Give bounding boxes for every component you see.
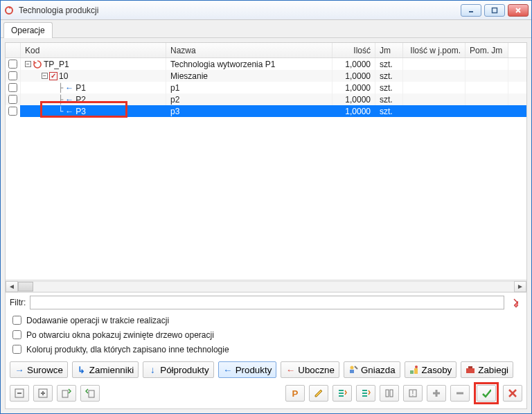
scroll-left-button[interactable]: ◄ [6, 281, 18, 292]
row-iwp [403, 58, 466, 70]
col-header-check[interactable] [6, 43, 21, 57]
zabiegi-button[interactable]: Zabiegi [461, 361, 513, 378]
import-icon [62, 388, 71, 398]
list-down-icon [361, 388, 371, 398]
check-icon [481, 388, 491, 398]
table-row[interactable]: └ ← P3 p3 1,0000 szt. [6, 105, 526, 117]
row-ilosc: 1,0000 [332, 70, 375, 82]
row-checkbox[interactable] [8, 107, 17, 116]
properties-button[interactable] [380, 385, 399, 402]
row-checkbox[interactable] [8, 95, 17, 104]
filter-row: Filtr: [6, 292, 526, 312]
zamienniki-button[interactable]: ↳Zamienniki [72, 361, 139, 378]
svg-rect-19 [89, 390, 94, 397]
scroll-track[interactable] [18, 281, 514, 292]
row-nazwa: Mieszanie [166, 70, 332, 82]
eraser-icon [513, 298, 518, 307]
add-button[interactable] [427, 385, 446, 402]
move-up-button[interactable] [332, 385, 352, 402]
import-button[interactable] [57, 385, 76, 402]
produkty-button[interactable]: ←Produkty [218, 361, 277, 378]
row-jm: szt. [375, 93, 403, 105]
row-nazwa: p3 [166, 105, 332, 117]
checkbox[interactable] [12, 345, 21, 354]
row-ilosc: 1,0000 [332, 82, 375, 93]
plus-icon [432, 388, 441, 398]
scroll-right-button[interactable]: ► [514, 281, 526, 292]
svg-rect-27 [390, 390, 393, 397]
checkbox[interactable] [12, 316, 21, 325]
tree-branch-icon: ├ [58, 95, 63, 105]
svg-rect-9 [414, 368, 418, 374]
option-color-products[interactable]: Koloruj produkty, dla których zapisano i… [10, 343, 522, 356]
info-button[interactable]: ! [403, 385, 423, 402]
col-header-nazwa[interactable]: Nazwa [166, 43, 332, 57]
checked-step-icon: ✓ [49, 72, 57, 80]
col-header-ilosc[interactable]: Ilość [332, 43, 375, 57]
zasoby-button[interactable]: Zasoby [405, 361, 457, 378]
row-kod: 10 [59, 71, 68, 81]
tree-grid: Kod Nazwa Ilość Jm Ilość w j.pom. Pom. J… [6, 43, 526, 292]
remove-button[interactable] [450, 385, 470, 402]
option-add-during-realization[interactable]: Dodawanie operacji w trakcie realizacji [10, 314, 522, 327]
tree-branch-end-icon: └ [58, 107, 63, 116]
content-body: Kod Nazwa Ilość Jm Ilość w j.pom. Pom. J… [5, 42, 527, 409]
surowce-button[interactable]: →Surowce [10, 361, 68, 378]
tree-collapse-all-button[interactable] [10, 385, 29, 402]
row-checkbox[interactable] [8, 60, 17, 69]
cancel-button[interactable] [503, 385, 522, 402]
filter-input[interactable] [30, 296, 504, 309]
col-header-pom[interactable]: Pom. Jm [466, 43, 508, 57]
minimize-button[interactable] [461, 4, 481, 17]
col-header-jm[interactable]: Jm [375, 43, 403, 57]
arrow-left-icon: ← [64, 107, 74, 116]
app-icon [3, 5, 15, 16]
checkbox[interactable] [12, 330, 21, 339]
edit-button[interactable] [309, 385, 328, 402]
arrow-left-icon: ← [64, 95, 74, 105]
export-button[interactable] [80, 385, 100, 402]
row-nazwa: p2 [166, 93, 332, 105]
table-row[interactable]: − TP_P1 Technologia wytworzenia P1 1,000… [6, 58, 526, 70]
tabstrip: Operacje [1, 20, 531, 38]
arrow-right-icon: → [15, 365, 24, 375]
tab-operacje[interactable]: Operacje [3, 22, 53, 38]
minus-icon [455, 388, 465, 398]
option-collapsed-tree-on-open[interactable]: Po otwarciu okna pokazuj zwinięte drzewo… [10, 328, 522, 341]
filter-label: Filtr: [10, 298, 26, 307]
move-down-button[interactable] [356, 385, 375, 402]
col-header-kod[interactable]: Kod [21, 43, 166, 57]
table-row[interactable]: ├ ← P2 p2 1,0000 szt. [6, 93, 526, 105]
clear-filter-button[interactable] [508, 296, 522, 309]
arrow-left-icon: ← [64, 83, 74, 93]
svg-rect-12 [468, 366, 472, 368]
scroll-thumb[interactable] [18, 282, 33, 291]
gniazda-button[interactable]: Gniazda [344, 361, 400, 378]
maximize-button[interactable] [484, 4, 505, 17]
close-button[interactable] [508, 4, 529, 17]
row-ilosc: 1,0000 [332, 105, 375, 117]
accept-button[interactable] [477, 385, 496, 402]
arrow-left-red-icon: ← [285, 365, 295, 375]
uboczne-button[interactable]: ←Uboczne [281, 361, 339, 378]
col-header-iwp[interactable]: Ilość w j.pom. [403, 43, 466, 57]
table-row[interactable]: ├ ← P1 p1 1,0000 szt. [6, 82, 526, 93]
expand-toggle[interactable]: − [25, 61, 31, 67]
grid-header: Kod Nazwa Ilość Jm Ilość w j.pom. Pom. J… [6, 43, 526, 58]
tree-expand-all-button[interactable] [33, 385, 53, 402]
row-kod: P3 [76, 107, 86, 116]
expand-toggle[interactable]: − [42, 73, 48, 79]
svg-point-10 [415, 366, 418, 368]
x-icon [508, 388, 517, 398]
table-row[interactable]: − ✓ 10 Mieszanie 1,0000 szt. [6, 70, 526, 82]
row-jm: szt. [375, 70, 403, 82]
polprodukty-button[interactable]: ↓Półprodukty [143, 361, 213, 378]
print-button[interactable]: P [285, 385, 305, 402]
row-checkbox[interactable] [8, 83, 17, 92]
list-up-icon [337, 388, 347, 398]
row-jm: szt. [375, 105, 403, 117]
horizontal-scrollbar[interactable]: ◄ ► [6, 280, 526, 292]
row-checkbox[interactable] [8, 71, 17, 80]
toolbars: →Surowce ↳Zamienniki ↓Półprodukty ←Produ… [6, 360, 526, 408]
swap-icon: ↳ [77, 365, 87, 375]
